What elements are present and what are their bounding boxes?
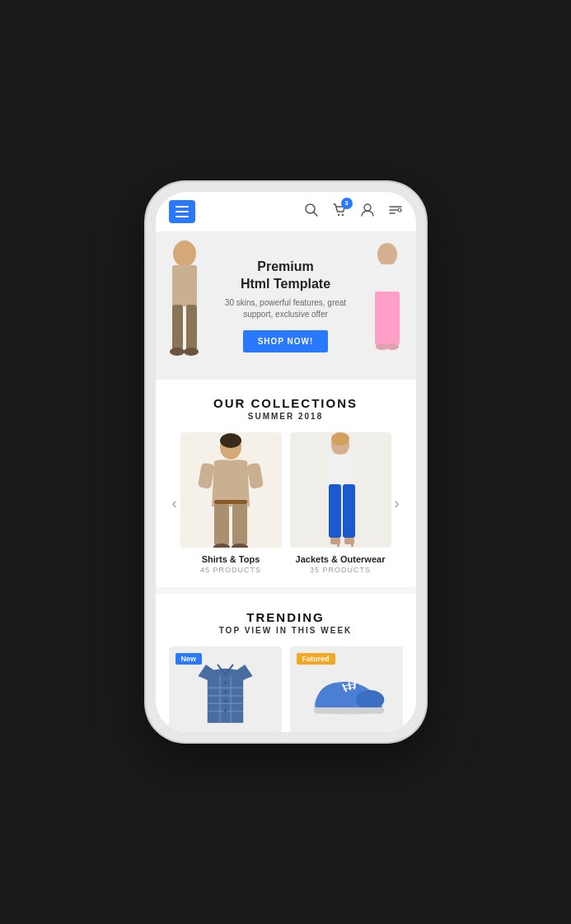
svg-point-44	[223, 690, 227, 693]
svg-rect-22	[214, 500, 247, 504]
collections-grid: Shirts & Tops 45 PRODUCTS	[180, 432, 391, 574]
collection-img-shirts	[180, 432, 282, 548]
shop-now-button[interactable]: SHOP NOW!	[243, 330, 329, 352]
svg-rect-11	[172, 305, 183, 350]
nav-icons: 3	[304, 203, 403, 222]
svg-point-2	[337, 213, 339, 215]
svg-point-30	[331, 432, 349, 446]
collections-section: OUR COLLECTIONS SUMMER 2018 ‹	[156, 380, 416, 587]
svg-rect-27	[198, 463, 215, 489]
svg-point-21	[220, 433, 241, 448]
svg-point-45	[223, 699, 227, 702]
filter-icon[interactable]	[388, 203, 403, 222]
collection-card-shirts[interactable]: Shirts & Tops 45 PRODUCTS	[180, 432, 282, 574]
svg-rect-32	[343, 484, 355, 538]
svg-point-8	[398, 208, 401, 212]
scroll-content: Premium Html Template 30 skins, powerful…	[156, 231, 416, 732]
collections-title: OUR COLLECTIONS	[169, 396, 403, 410]
user-icon[interactable]	[360, 203, 375, 222]
nav-bar: 3	[156, 192, 416, 231]
svg-line-51	[354, 682, 355, 690]
collection-name-jackets: Jackets & Outerwear	[296, 554, 386, 564]
svg-point-48	[355, 690, 383, 709]
trending-title: TRENDING	[169, 610, 403, 624]
svg-rect-36	[351, 542, 353, 547]
hero-center: Premium Html Template 30 skins, powerful…	[184, 259, 387, 353]
trending-section: TRENDING TOP VIEW IN THIS WEEK New	[156, 594, 416, 732]
trending-subtitle: TOP VIEW IN THIS WEEK	[169, 626, 403, 635]
cart-icon[interactable]: 3	[332, 203, 347, 222]
svg-point-13	[170, 348, 185, 356]
search-icon[interactable]	[304, 203, 319, 222]
hero-title: Premium Html Template	[225, 259, 346, 293]
carousel-prev-button[interactable]: ‹	[169, 495, 180, 512]
svg-rect-35	[337, 542, 339, 547]
svg-rect-28	[246, 463, 264, 489]
phone-frame: 3	[146, 182, 426, 742]
hero-subtitle: 30 skins, powerful features, great suppo…	[225, 297, 346, 320]
product-badge-new: New	[176, 653, 203, 665]
svg-point-3	[341, 213, 343, 215]
collection-count-shirts: 45 PRODUCTS	[200, 566, 261, 574]
svg-point-4	[364, 204, 371, 211]
svg-rect-31	[329, 484, 341, 538]
menu-button[interactable]	[169, 200, 195, 223]
collection-img-jackets	[290, 432, 391, 548]
collection-name-shirts: Shirts & Tops	[202, 554, 260, 564]
collection-card-jackets[interactable]: Jackets & Outerwear 35 PRODUCTS	[290, 432, 391, 574]
trending-grid: New	[169, 646, 403, 732]
hero-banner: Premium Html Template 30 skins, powerful…	[156, 231, 416, 380]
collections-carousel: ‹	[169, 432, 403, 574]
collection-count-jackets: 35 PRODUCTS	[310, 566, 371, 574]
svg-point-43	[223, 681, 227, 684]
product-badge-featured: Fatured	[297, 653, 335, 665]
carousel-next-button[interactable]: ›	[391, 495, 403, 512]
product-card-shoe[interactable]: Fatured	[290, 646, 403, 732]
svg-point-46	[223, 709, 227, 712]
cart-badge: 3	[341, 198, 353, 209]
svg-rect-24	[232, 504, 247, 545]
product-card-shirt[interactable]: New	[169, 646, 282, 732]
svg-line-1	[313, 212, 317, 216]
collections-subtitle: SUMMER 2018	[169, 412, 403, 421]
phone-screen: 3	[156, 192, 416, 732]
svg-rect-23	[214, 504, 229, 545]
